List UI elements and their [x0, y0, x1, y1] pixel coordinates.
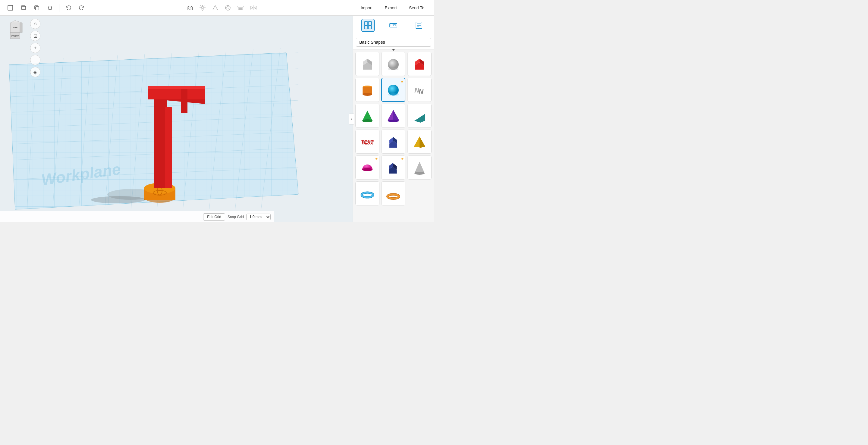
svg-rect-11 — [239, 8, 242, 10]
shape-tool-button[interactable] — [210, 2, 221, 13]
svg-marker-14 — [20, 23, 22, 33]
main-area: TOP FRONT ⌂ ⊡ + − ◈ — [0, 16, 434, 222]
svg-point-5 — [189, 7, 191, 9]
mirror-tool-button[interactable] — [248, 2, 258, 13]
shape-item-wedge-teal[interactable] — [407, 104, 432, 128]
shape-item-sphere-blue[interactable]: ★ — [381, 78, 405, 102]
svg-text:TEXT: TEXT — [362, 141, 374, 146]
shape-item-cylinder[interactable] — [355, 78, 379, 102]
delete-button[interactable] — [44, 2, 56, 13]
home-view-button[interactable]: ⌂ — [30, 19, 40, 29]
svg-rect-48 — [165, 107, 172, 188]
right-panel-top — [353, 16, 434, 35]
import-button[interactable]: Import — [356, 4, 378, 12]
redo-button[interactable] — [76, 2, 87, 13]
svg-marker-83 — [362, 110, 373, 121]
new-button[interactable] — [5, 2, 16, 13]
align-tool-button[interactable] — [235, 2, 246, 13]
notes-view-button[interactable] — [412, 19, 426, 32]
shapes-category-header: Basic Shapes Text Featured Community — [353, 35, 434, 50]
svg-rect-0 — [8, 5, 13, 10]
shapes-category-select[interactable]: Basic Shapes Text Featured Community — [356, 38, 431, 47]
right-panel: › Basic Shapes Text Featured Community — [352, 16, 434, 222]
svg-rect-4 — [35, 6, 38, 9]
view-cube[interactable]: TOP FRONT — [4, 20, 26, 41]
viewport[interactable]: TOP FRONT ⌂ ⊡ + − ◈ — [0, 16, 352, 222]
shape-item-cone-green[interactable] — [355, 104, 379, 128]
group-tool-button[interactable] — [222, 2, 233, 13]
shape-item-cone-gray[interactable] — [407, 156, 432, 180]
perspective-button[interactable]: ◈ — [30, 67, 40, 77]
shape-item-box[interactable] — [355, 52, 379, 76]
export-button[interactable]: Export — [380, 4, 401, 12]
center-tools — [184, 2, 258, 13]
bottom-bar: Edit Grid Snap Grid 1.0 mm 0.5 mm 0.1 mm… — [0, 211, 274, 222]
shape-item-pyramid-purple[interactable] — [381, 104, 405, 128]
grid-view-button[interactable] — [361, 19, 375, 32]
shape-item-torus[interactable] — [355, 181, 379, 205]
main-toolbar: Import Export Send To — [0, 0, 434, 16]
view-controls: ⌂ ⊡ + − ◈ — [30, 19, 40, 77]
svg-point-78 — [363, 93, 372, 96]
dark-blue-star-badge: ★ — [401, 157, 404, 161]
workplane-canvas: Workplane — [0, 16, 352, 222]
svg-marker-51 — [148, 86, 205, 89]
svg-marker-101 — [414, 162, 425, 173]
star-badge: ★ — [401, 80, 404, 84]
toolbar-right: Import Export Send To — [356, 4, 429, 12]
svg-point-102 — [414, 172, 425, 175]
svg-rect-57 — [368, 26, 372, 29]
svg-rect-54 — [364, 22, 368, 25]
zoom-out-button[interactable]: − — [30, 55, 40, 65]
svg-rect-55 — [368, 22, 372, 25]
shape-item-donut-brown[interactable] — [381, 181, 405, 205]
shape-item-box-dark-blue[interactable]: ★ — [381, 156, 405, 180]
shape-item-hemisphere-pink[interactable]: ★ — [355, 156, 379, 180]
svg-point-6 — [201, 6, 204, 9]
svg-text:TOP: TOP — [13, 26, 18, 29]
svg-text:FRONT: FRONT — [11, 35, 19, 37]
zoom-in-button[interactable]: + — [30, 43, 40, 53]
svg-marker-96 — [420, 136, 425, 148]
shape-item-text-red[interactable]: TEXT TEXT — [355, 130, 379, 154]
svg-point-106 — [388, 194, 399, 198]
fit-view-button[interactable]: ⊡ — [30, 31, 40, 41]
undo-button[interactable] — [63, 2, 74, 13]
svg-rect-3 — [36, 7, 39, 10]
shape-item-text3d[interactable]: N N — [407, 78, 432, 102]
copy-button[interactable] — [18, 2, 29, 13]
camera-tool-button[interactable] — [184, 2, 195, 13]
svg-point-80 — [388, 93, 399, 96]
shapes-grid: Sphere — [353, 50, 434, 222]
snap-grid-select[interactable]: 1.0 mm 0.5 mm 0.1 mm 2.0 mm 5.0 mm 10.0 … — [246, 214, 271, 220]
svg-point-9 — [227, 7, 229, 9]
pink-star-badge: ★ — [375, 157, 378, 161]
svg-marker-7 — [213, 5, 218, 10]
send-to-button[interactable]: Send To — [404, 4, 429, 12]
svg-point-87 — [388, 120, 399, 122]
svg-rect-10 — [238, 6, 243, 7]
svg-marker-89 — [414, 114, 425, 123]
edit-grid-button[interactable]: Edit Grid — [203, 213, 225, 221]
light-tool-button[interactable] — [197, 2, 208, 13]
svg-text:N: N — [418, 88, 424, 95]
svg-rect-47 — [154, 98, 167, 188]
snap-grid-label: Snap Grid — [227, 215, 244, 219]
svg-point-84 — [362, 119, 373, 122]
svg-point-97 — [362, 168, 373, 171]
shape-item-box-red[interactable] — [407, 52, 432, 76]
svg-rect-52 — [181, 89, 187, 113]
panel-collapse-button[interactable]: › — [349, 114, 354, 124]
shape-item-pyramid-yellow[interactable] — [407, 130, 432, 154]
duplicate-button[interactable] — [31, 2, 42, 13]
svg-point-72 — [388, 68, 399, 70]
shape-item-box-navy[interactable] — [381, 130, 405, 154]
svg-point-8 — [225, 5, 230, 10]
ruler-view-button[interactable] — [387, 19, 400, 32]
svg-rect-56 — [364, 26, 368, 29]
shape-item-sphere-gray[interactable]: Sphere — [381, 52, 405, 76]
toolbar-divider-1 — [59, 4, 59, 12]
